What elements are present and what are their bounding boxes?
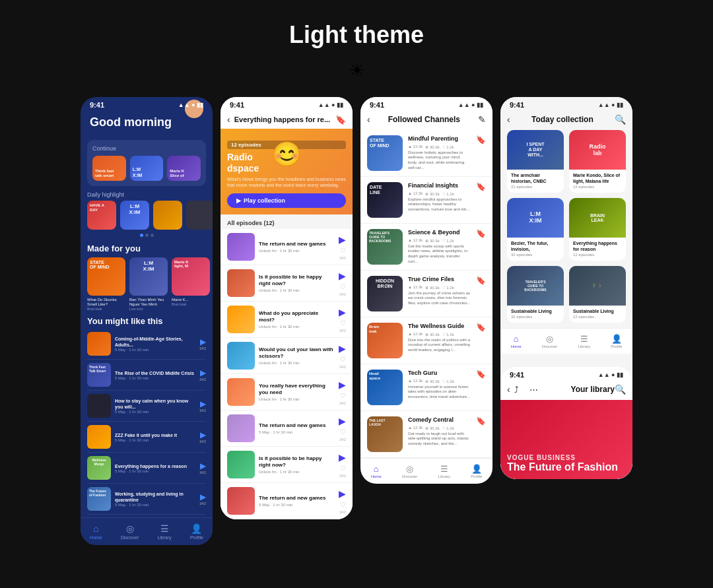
home-icon: ⌂ [514,334,519,344]
discover-icon: ◎ [546,334,553,344]
bottom-nav: ⌂ Home ◎ Discover ☰ Library 👤 Profile [500,328,632,354]
discover-icon: ◎ [126,523,134,534]
list-item[interactable]: THE LASTLAUGH Comedy Central ▲ 12.3k ⊕ 3… [360,411,492,458]
highlight-2[interactable]: L:MX:IM [120,201,149,230]
nav-discover[interactable]: ◎ Discover [402,464,417,478]
bookmark-icon: 🔖 [476,323,486,332]
discover-icon: ◎ [406,464,413,474]
list-item[interactable]: HIDD∅NBR∅IN True Crime Files ▲ 12.3k ⊕ 3… [360,271,492,317]
collection-header: ‹ Today collection 🔍 [500,112,632,130]
list-item[interactable]: You really have everything you need Unlo… [221,374,353,410]
card-lmxm[interactable]: L:MX:IM [130,156,164,181]
episodes-title: Everything happens for re... [234,115,335,123]
made-card-3[interactable]: Marie Klight, M Marie K... Brain leak [172,257,210,311]
phone-episodes: 9:41 ▲▲ ● ▮▮ ‹ Everything happens for re… [221,97,353,519]
nav-profile[interactable]: 👤 Profile [190,523,203,540]
library-cover: VOGUE BUSINESS The Future of Fashion [500,400,632,479]
nav-discover[interactable]: ◎ Discover [121,523,139,540]
heart-icon: ♡ [340,501,346,508]
bookmark-icon[interactable]: 🔖 [335,115,346,125]
list-item[interactable]: How to stay calm when you know you will.… [87,391,206,422]
collection-item[interactable]: 🚶‍♂️🚶‍♀️ Sustainable Living 12 episodes [569,266,626,323]
channel-thumb: THE LASTLAUGH [367,416,403,452]
nav-home[interactable]: ⌂ Home [511,334,522,348]
phone1-header: Good morning [81,112,213,136]
episode-thumb [87,332,111,356]
list-item[interactable]: The return and new games 5 May · 1 hr 30… [221,483,353,519]
nav-discover[interactable]: ◎ Discover [542,334,557,348]
highlight-1[interactable]: HAVE ADAY [87,201,116,230]
play-collection-button[interactable]: ▶ Play collection [227,193,346,208]
nav-home[interactable]: ⌂ Home [371,464,382,478]
back-button[interactable]: ‹ [227,114,230,125]
list-item[interactable]: ZZZ Fake it until you make it 5 May · 1 … [87,422,206,453]
nav-profile[interactable]: 👤 Profile [471,464,482,478]
library-brand: VOGUE BUSINESS [507,454,626,461]
channel-thumb: Brainleak [367,323,403,358]
collection-item[interactable]: Radiolab Marie Kondo, Slice of light, Ma… [569,130,626,193]
collection-thumb: Radiolab [569,130,626,170]
nav-home[interactable]: ⌂ Home [90,523,102,540]
card-hidden-brain[interactable]: Think fasttalk smart [92,156,126,181]
list-item[interactable]: The return and new games Unlock fm · 1 h… [221,229,353,265]
list-item[interactable]: The return and new games 5 May · 1 hr 30… [221,410,353,447]
list-item[interactable]: Would you cut your lawn with scissors? U… [221,338,353,374]
play-icon: ▶ [339,307,346,317]
list-item[interactable]: Is it possible to be happy right now? Un… [221,447,353,483]
library-icon: ☰ [580,334,588,344]
list-item[interactable]: Coming-of-Middle-Age Stories, Adults... … [87,329,206,360]
list-item[interactable]: Is it possible to be happy right now? Un… [221,265,353,302]
more-icon[interactable]: ⋯ [529,385,538,395]
search-icon[interactable]: 🔍 [615,114,626,125]
nav-library[interactable]: ☰ Library [157,523,171,540]
bookmark-icon: 🔖 [476,182,486,191]
made-card-1[interactable]: STATEOF MIND What Do Skunks Smell Like? … [87,257,125,311]
heart-icon: ♡ [340,319,346,327]
status-bar-5: 9:41 ▲▲ ● ▮▮ [500,367,632,381]
list-item[interactable]: Brainleak The Wellness Guide ▲ 12.3k ⊕ 3… [360,317,492,364]
episode-thumb [227,306,255,333]
status-bar-4: 9:41 ▲▲ ● ▮▮ [500,97,632,112]
made-card-2[interactable]: L:MX:IM Ban Than Minh Yeu Nguoi Yeu Minh… [129,257,168,311]
card-marie[interactable]: Marie KSlice of [167,156,201,181]
phone-library: 9:41 ▲▲ ● ▮▮ ‹ ⤴ ⋯ Your library 🔍 VOGUE … [500,367,632,479]
made-for-you-title: Made for you [81,241,213,257]
list-item[interactable]: Headspace Tech Guru ▲ 12.3k ⊕ 30.3k ♡ 1.… [360,364,492,411]
list-item[interactable]: The Future of Fashion Working, studying … [87,484,206,515]
episode-thumb [227,487,255,515]
collection-item[interactable]: L:MX:IM Bezier, The futur, Invision, 32 … [507,198,564,261]
highlights: HAVE ADAY L:MX:IM [81,201,213,230]
collection-thumb: L:MX:IM [507,198,564,238]
episode-thumb [227,378,255,406]
bookmark-icon: 🔖 [476,276,486,285]
profile-icon: 👤 [471,464,482,474]
search-icon[interactable]: 🔍 [615,384,626,395]
collection-title: Today collection [510,115,615,124]
nav-profile[interactable]: 👤 Profile [611,334,622,348]
collection-item[interactable]: I SPENTA DAYWITH... The armchair histori… [507,130,564,193]
back-button[interactable]: ‹ [507,384,510,395]
highlight-3[interactable] [153,201,182,230]
list-item[interactable]: Wellness Margo Everything happens for a … [87,453,206,484]
all-episodes-label: All episodes (12) [221,214,353,229]
list-item[interactable]: DATELINE Financial Insights ▲ 12.3k ⊕ 30… [360,177,492,224]
library-cover-title: The Future of Fashion [507,461,626,473]
list-item[interactable]: Think Fast Talk Smart The Rise of the CO… [87,360,206,391]
list-item[interactable]: TRAVELER'SGUIDE TOBACKROOMS Science & Be… [360,224,492,271]
share-icon[interactable]: ⤴ [514,385,519,395]
collection-item[interactable]: TRAVELER'SGUIDE TOBACKROOMS Sustainable … [507,266,564,323]
might-like-title: You might like this [81,311,213,329]
play-icon: ▶ [339,271,346,281]
heart-icon: ♡ [340,247,346,254]
list-item[interactable]: What do you appreciate most? Unlock fm ·… [221,302,353,338]
highlight-4[interactable] [186,201,213,230]
made-cards: STATEOF MIND What Do Skunks Smell Like? … [81,257,213,311]
episode-thumb: Think Fast Talk Smart [87,363,111,387]
nav-library[interactable]: ☰ Library [578,334,590,348]
list-item[interactable]: STATEOF MIND Mindful Parenting ▲ 12.3k ⊕… [360,130,492,177]
heart-icon: ♡ [340,283,346,290]
edit-icon[interactable]: ✎ [478,114,486,125]
collection-item[interactable]: BRAINLEAK Everything happens for reason … [569,198,626,261]
nav-library[interactable]: ☰ Library [438,464,450,478]
page-title: Light theme [0,0,713,59]
